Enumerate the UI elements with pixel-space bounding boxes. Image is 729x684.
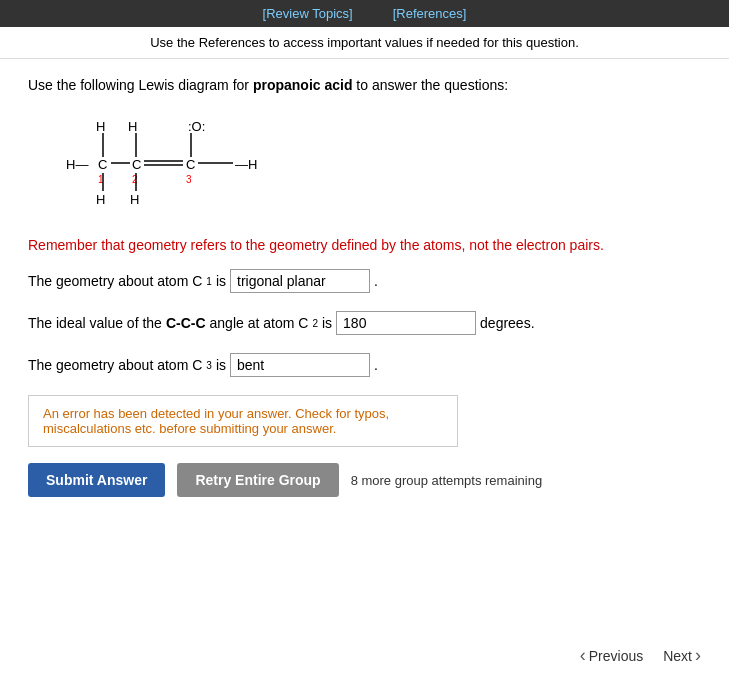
next-button[interactable]: Next › bbox=[663, 645, 701, 666]
q1-suffix: . bbox=[374, 273, 378, 289]
question-3-row: The geometry about atom C3 is . bbox=[28, 353, 701, 377]
lewis-diagram-svg: H H :O: C C C 1 2 3 H— bbox=[48, 111, 268, 221]
svg-text::O:: :O: bbox=[188, 119, 205, 134]
q2-prefix: The ideal value of the bbox=[28, 315, 162, 331]
q2-answer-input[interactable] bbox=[336, 311, 476, 335]
previous-label: Previous bbox=[589, 648, 643, 664]
svg-text:C: C bbox=[132, 157, 141, 172]
svg-text:H—: H— bbox=[66, 157, 88, 172]
q1-answer-input[interactable] bbox=[230, 269, 370, 293]
previous-button[interactable]: ‹ Previous bbox=[580, 645, 643, 666]
error-box: An error has been detected in your answe… bbox=[28, 395, 458, 447]
chevron-left-icon: ‹ bbox=[580, 645, 586, 666]
svg-text:H: H bbox=[128, 119, 137, 134]
q2-bold: C-C-C bbox=[166, 315, 206, 331]
svg-text:C: C bbox=[98, 157, 107, 172]
q3-prefix: The geometry about atom C bbox=[28, 357, 202, 373]
question-2-row: The ideal value of the C-C-C angle at at… bbox=[28, 311, 701, 335]
references-bar-text: Use the References to access important v… bbox=[150, 35, 579, 50]
submit-answer-button[interactable]: Submit Answer bbox=[28, 463, 165, 497]
references-bar: Use the References to access important v… bbox=[0, 27, 729, 59]
chevron-right-icon: › bbox=[695, 645, 701, 666]
svg-text:H: H bbox=[130, 192, 139, 207]
q2-sub: 2 bbox=[312, 318, 318, 329]
main-content: Use the following Lewis diagram for prop… bbox=[0, 59, 729, 577]
red-note: Remember that geometry refers to the geo… bbox=[28, 237, 701, 253]
q2-suffix: degrees. bbox=[480, 315, 534, 331]
top-bar: [Review Topics] [References] bbox=[0, 0, 729, 27]
q3-sub: 3 bbox=[206, 360, 212, 371]
q1-prefix: The geometry about atom C bbox=[28, 273, 202, 289]
svg-text:C: C bbox=[186, 157, 195, 172]
references-link[interactable]: [References] bbox=[393, 6, 467, 21]
intro-end: to answer the questions: bbox=[352, 77, 508, 93]
q3-suffix: . bbox=[374, 357, 378, 373]
q2-mid2: is bbox=[322, 315, 332, 331]
error-line2: miscalculations etc. before submitting y… bbox=[43, 421, 336, 436]
attempts-text: 8 more group attempts remaining bbox=[351, 473, 542, 488]
svg-text:3: 3 bbox=[186, 174, 192, 185]
q3-mid: is bbox=[216, 357, 226, 373]
intro-text: Use the following Lewis diagram for bbox=[28, 77, 253, 93]
molecule-name: propanoic acid bbox=[253, 77, 353, 93]
question-1-row: The geometry about atom C1 is . bbox=[28, 269, 701, 293]
button-row: Submit Answer Retry Entire Group 8 more … bbox=[28, 463, 701, 497]
q2-mid: angle at atom C bbox=[210, 315, 309, 331]
q1-sub: 1 bbox=[206, 276, 212, 287]
svg-text:H: H bbox=[96, 192, 105, 207]
svg-text:H: H bbox=[96, 119, 105, 134]
error-line1: An error has been detected in your answe… bbox=[43, 406, 389, 421]
svg-text:—H: —H bbox=[235, 157, 257, 172]
q1-mid: is bbox=[216, 273, 226, 289]
review-topics-link[interactable]: [Review Topics] bbox=[263, 6, 353, 21]
question-intro: Use the following Lewis diagram for prop… bbox=[28, 77, 701, 93]
svg-text:2: 2 bbox=[132, 174, 138, 185]
lewis-diagram: H H :O: C C C 1 2 3 H— bbox=[48, 111, 701, 221]
next-label: Next bbox=[663, 648, 692, 664]
bottom-nav: ‹ Previous Next › bbox=[580, 645, 701, 666]
q3-answer-input[interactable] bbox=[230, 353, 370, 377]
retry-group-button[interactable]: Retry Entire Group bbox=[177, 463, 338, 497]
